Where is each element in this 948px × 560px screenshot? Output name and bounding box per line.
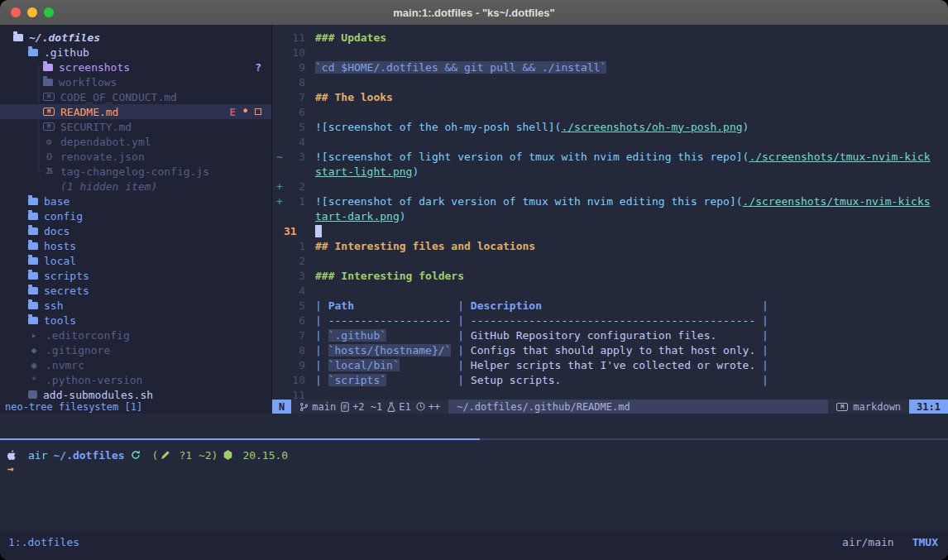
window-title: main:1:.dotfiles - "ks~/.dotfiles" <box>0 7 948 19</box>
tree-item-config[interactable]: config <box>0 208 271 223</box>
statusline-item-flask: E1 <box>387 401 410 413</box>
editor-line-15[interactable]: 2 <box>272 253 948 268</box>
tree-item-screenshots-label: screenshots <box>59 61 130 74</box>
editor-line-2[interactable]: 9`cd $HOME/.dotfiles && git pull && ./in… <box>272 60 948 74</box>
status-badge: ? <box>255 61 261 74</box>
tree-item-hidden-count[interactable]: (1 hidden item) <box>0 179 271 194</box>
node-version: 20.15.0 <box>242 449 288 462</box>
editor-line-22[interactable]: 9| `local/bin` | Helper scripts that I'v… <box>272 357 948 372</box>
tmux-window-tab[interactable]: 1:.dotfiles <box>8 536 79 548</box>
markdown-icon <box>836 403 848 411</box>
editor-line-10[interactable]: +2 <box>272 179 948 194</box>
tree-item-local-label: local <box>44 255 76 267</box>
editor-line-3[interactable]: 8 <box>272 74 948 89</box>
line-number: 8 <box>284 76 305 89</box>
statusline-filepath: ~/.dotfiles/.github/README.md <box>448 400 828 414</box>
line-text: | `.github` | GitHub Repository configur… <box>315 329 768 342</box>
tree-item-add-submodules-label: add-submodules.sh <box>43 389 153 400</box>
tree-item-local[interactable]: local <box>0 253 271 268</box>
tree-item-gitignore[interactable]: ◆.gitignore <box>0 342 271 357</box>
line-number: 6 <box>284 106 305 118</box>
tree-item-workflows[interactable]: workflows <box>0 74 271 89</box>
tree-item-code-of-conduct[interactable]: CODE_OF_CONDUCT.md <box>0 89 271 104</box>
tree-item-readme[interactable]: README.mdE• <box>0 104 271 119</box>
status-badge <box>255 108 261 115</box>
prompt-arrow[interactable]: → <box>7 462 14 477</box>
editor-line-4[interactable]: 7## The looks <box>272 89 948 104</box>
tmux-mode-badge: TMUX <box>912 536 938 548</box>
tree-item-nvmrc[interactable]: ◉.nvmrc <box>0 357 271 372</box>
tree-item-renovate[interactable]: {}renovate.json <box>0 149 271 164</box>
tree-item-tools[interactable]: tools <box>0 313 271 328</box>
editor-line-9[interactable]: start-light.png) <box>272 164 948 179</box>
clock-icon <box>416 402 425 411</box>
tree-item-secrets[interactable]: secrets <box>0 283 271 298</box>
line-number: 11 <box>284 31 305 44</box>
editor-line-21[interactable]: 8| `hosts/{hostname}/` | Configs that sh… <box>272 342 948 357</box>
editor-line-18[interactable]: 5| Path | Description | <box>272 298 948 313</box>
tree-item-hosts[interactable]: hosts <box>0 238 271 253</box>
line-number: 7 <box>284 329 305 342</box>
tree-item-tag-changelog[interactable]: JStag-changelog-config.js <box>0 164 271 179</box>
editor-line-6[interactable]: 5![screenshot of the oh-my-posh shell](.… <box>272 119 948 134</box>
tree-item-docs[interactable]: docs <box>0 223 271 238</box>
tree-item-github[interactable]: .github <box>0 45 271 60</box>
editorconfig-icon: ▸ <box>28 330 40 341</box>
folder-icon <box>28 242 38 250</box>
git-sync-icon <box>131 450 141 460</box>
tree-item-security[interactable]: SECURITY.md <box>0 119 271 134</box>
editor-line-19[interactable]: 6| ------------------- | ---------------… <box>272 313 948 328</box>
editor-line-16[interactable]: 3### Interesting folders <box>272 268 948 283</box>
editor-line-20[interactable]: 7| `.github` | GitHub Repository configu… <box>272 328 948 342</box>
git-paren: ( <box>152 449 159 462</box>
tree-item-dependabot[interactable]: ⚙dependabot.yml <box>0 134 271 149</box>
editor-line-8[interactable]: ~3![screenshot of light version of tmux … <box>272 149 948 164</box>
editor-line-1[interactable]: 10 <box>272 45 948 60</box>
line-text: ## The looks <box>315 91 393 103</box>
prompt-cwd: ~/.dotfiles <box>53 449 124 462</box>
editor-line-24[interactable]: 11 <box>272 387 948 400</box>
editor-line-13[interactable]: 31 <box>272 223 948 238</box>
tree-item-base[interactable]: base <box>0 194 271 208</box>
mode-indicator: N <box>272 400 291 414</box>
line-number: 31 <box>284 225 305 237</box>
status-badge: • <box>242 104 249 119</box>
folder-icon <box>43 79 53 86</box>
tree-item-python-version[interactable]: *.python-version <box>0 372 271 387</box>
editor-line-23[interactable]: 10| `scripts` | Setup scripts. | <box>272 372 948 387</box>
tree-item-screenshots[interactable]: screenshots? <box>0 60 271 74</box>
editor-line-14[interactable]: 1## Interesting files and locations <box>272 238 948 253</box>
tree-item-add-submodules[interactable]: add-submodules.sh <box>0 387 271 400</box>
editor-line-0[interactable]: 11### Updates <box>272 30 948 45</box>
folder-icon <box>28 302 38 309</box>
editor-buffer[interactable]: 11### Updates109`cd $HOME/.dotfiles && g… <box>272 25 948 400</box>
editor-line-7[interactable]: 4 <box>272 134 948 149</box>
folder-icon <box>28 257 38 265</box>
line-number: 10 <box>284 46 305 59</box>
line-number: 7 <box>284 91 305 103</box>
line-text: | Path | Description | <box>315 299 768 312</box>
editor-line-5[interactable]: 6 <box>272 104 948 119</box>
line-number: 8 <box>284 344 305 357</box>
editor-line-11[interactable]: +1![screenshot of dark version of tmux w… <box>272 194 948 208</box>
tree-item-gitignore-label: .gitignore <box>45 344 110 357</box>
shell-pane[interactable]: air ~/.dotfiles ( ?1 ~2) 20.15.0 → <box>0 440 948 530</box>
tree-item-hidden-count-label: (1 hidden item) <box>60 180 157 193</box>
line-number: 10 <box>284 374 305 386</box>
apple-icon <box>7 450 17 461</box>
nvim-region: ~/.dotfiles.githubscreenshots?workflowsC… <box>0 25 948 400</box>
line-number: 4 <box>284 285 305 297</box>
folder-open-icon <box>13 34 23 41</box>
line-text: ![screenshot of dark version of tmux wit… <box>315 195 931 208</box>
tree-item-scripts[interactable]: scripts <box>0 268 271 283</box>
editor-line-12[interactable]: tart-dark.png) <box>272 208 948 223</box>
tree-item-ssh[interactable]: ssh <box>0 298 271 313</box>
tree-item-config-label: config <box>44 210 83 223</box>
tree-item-docs-label: docs <box>44 225 69 237</box>
line-number: 1 <box>284 240 305 252</box>
line-number: 9 <box>284 359 305 371</box>
tree-item-dependabot-label: dependabot.yml <box>60 136 151 148</box>
editor-line-17[interactable]: 4 <box>272 283 948 298</box>
tree-item-dotfiles-root[interactable]: ~/.dotfiles <box>0 30 271 45</box>
tree-item-editorconfig[interactable]: ▸.editorconfig <box>0 328 271 342</box>
